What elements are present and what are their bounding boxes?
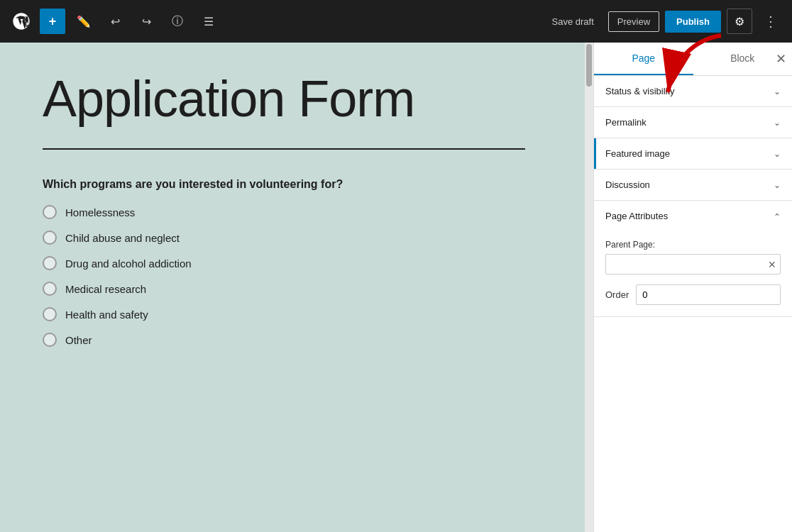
parent-page-input[interactable] (605, 254, 781, 275)
save-draft-button[interactable]: Save draft (544, 12, 603, 31)
discussion-label: Discussion (605, 179, 650, 190)
more-options-button[interactable]: ⋮ (758, 9, 783, 34)
order-input[interactable] (636, 284, 781, 305)
discussion-section: Discussion ⌄ (594, 170, 792, 201)
order-row: Order (605, 284, 781, 305)
scroll-thumb[interactable] (586, 44, 592, 87)
radio-item: Child abuse and neglect (43, 231, 525, 245)
page-title: Application Form (43, 71, 525, 127)
canvas-content: Application Form Which programs are you … (0, 43, 568, 375)
radio-label: Homelessness (65, 206, 135, 218)
sidebar: Page Block ✕ Status & visibility ⌄ Perma… (593, 43, 792, 532)
question-label: Which programs are you interested in vol… (43, 178, 525, 191)
permalink-label: Permalink (605, 117, 647, 128)
radio-item: Homelessness (43, 205, 525, 219)
featured-image-section: Featured image ⌄ (594, 138, 792, 170)
editor-canvas: Application Form Which programs are you … (0, 43, 585, 532)
wp-logo (9, 9, 34, 34)
toolbar: + ✏️ ↩ ↪ ⓘ ☰ Save draft Preview Publish … (0, 0, 792, 43)
edit-icon-button[interactable]: ✏️ (71, 9, 97, 34)
radio-label: Other (65, 334, 92, 346)
radio-circle[interactable] (43, 282, 57, 296)
page-attributes-header[interactable]: Page Attributes ⌄ (594, 201, 792, 231)
permalink-chevron: ⌄ (774, 118, 781, 128)
wordpress-icon (11, 11, 31, 31)
page-attributes-content: Parent Page: ✕ Order (594, 231, 792, 316)
status-visibility-section: Status & visibility ⌄ (594, 76, 792, 107)
publish-button[interactable]: Publish (665, 11, 721, 33)
featured-image-chevron: ⌄ (774, 149, 781, 159)
sidebar-tabs: Page Block ✕ (594, 43, 792, 76)
parent-page-clear-button[interactable]: ✕ (768, 259, 776, 270)
page-attributes-chevron: ⌄ (774, 211, 781, 221)
permalink-header[interactable]: Permalink ⌄ (594, 107, 792, 138)
info-button[interactable]: ⓘ (165, 9, 190, 34)
radio-label: Child abuse and neglect (65, 232, 180, 244)
radio-circle[interactable] (43, 256, 57, 270)
page-attributes-label: Page Attributes (605, 211, 668, 221)
list-view-button[interactable]: ☰ (196, 9, 221, 34)
radio-circle[interactable] (43, 307, 57, 321)
tab-page[interactable]: Page (594, 43, 693, 75)
content-divider (43, 148, 525, 150)
parent-page-label: Parent Page: (605, 240, 781, 250)
parent-page-input-wrap: ✕ (605, 254, 781, 275)
status-visibility-chevron: ⌄ (774, 87, 781, 96)
radio-item: Medical research (43, 282, 525, 296)
status-visibility-header[interactable]: Status & visibility ⌄ (594, 76, 792, 106)
radio-label: Health and safety (65, 309, 148, 321)
sidebar-body: Status & visibility ⌄ Permalink ⌄ Featur… (594, 76, 792, 532)
radio-item: Other (43, 333, 525, 347)
status-visibility-label: Status & visibility (605, 86, 675, 96)
undo-button[interactable]: ↩ (102, 9, 128, 34)
order-label: Order (605, 289, 629, 300)
radio-circle[interactable] (43, 333, 57, 347)
radio-label: Drug and alcohol addiction (65, 257, 192, 270)
add-block-button[interactable]: + (40, 9, 65, 34)
radio-item: Drug and alcohol addiction (43, 256, 525, 270)
discussion-chevron: ⌄ (774, 180, 781, 190)
featured-image-label: Featured image (605, 148, 670, 159)
toolbar-right: Save draft Preview Publish ⚙ ⋮ (544, 9, 783, 34)
discussion-header[interactable]: Discussion ⌄ (594, 170, 792, 200)
scrollbar[interactable] (585, 43, 593, 532)
main-area: Application Form Which programs are you … (0, 43, 792, 532)
permalink-section: Permalink ⌄ (594, 107, 792, 138)
radio-item: Health and safety (43, 307, 525, 321)
sidebar-close-button[interactable]: ✕ (776, 51, 786, 67)
page-attributes-section: Page Attributes ⌄ Parent Page: ✕ Order (594, 201, 792, 317)
radio-label: Medical research (65, 283, 146, 295)
radio-group: HomelessnessChild abuse and neglectDrug … (43, 205, 525, 347)
radio-circle[interactable] (43, 231, 57, 245)
redo-button[interactable]: ↪ (133, 9, 159, 34)
preview-button[interactable]: Preview (608, 11, 659, 32)
radio-circle[interactable] (43, 205, 57, 219)
settings-button[interactable]: ⚙ (727, 9, 752, 34)
featured-image-header[interactable]: Featured image ⌄ (594, 138, 792, 169)
